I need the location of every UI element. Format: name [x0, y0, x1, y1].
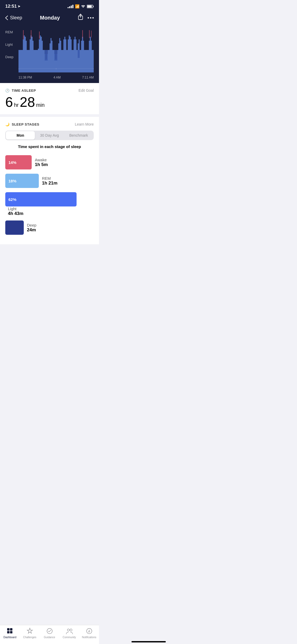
- sleep-time-display: 6 hr 28 min: [5, 95, 94, 109]
- clock-icon: 🕐: [5, 89, 10, 93]
- nav-actions: [78, 14, 94, 22]
- light-bar: 62%: [5, 192, 77, 206]
- wifi-icon: 📶: [75, 4, 79, 8]
- rem-info: REM 1h 21m: [42, 176, 58, 186]
- deep-bar: [5, 220, 24, 235]
- share-button[interactable]: [78, 14, 83, 22]
- sleep-chart-area: REM Light Deep: [0, 26, 99, 83]
- page-title: Monday: [40, 15, 60, 21]
- back-button[interactable]: Sleep: [5, 15, 22, 21]
- stages-section-header: 🌙 SLEEP STAGES Learn More: [5, 122, 94, 126]
- sleep-hours: 6: [5, 95, 13, 109]
- awake-stage-row: 14% Awake 1h 5m: [5, 155, 94, 169]
- status-icons: 📶: [68, 4, 94, 8]
- time-asleep-section: 🕐 TIME ASLEEP Edit Goal 6 hr 28 min: [0, 83, 99, 114]
- deep-info: Deep 24m: [27, 223, 36, 233]
- stage-description: Time spent in each stage of sleep: [5, 144, 94, 149]
- awake-info: Awake 1h 5m: [35, 158, 48, 167]
- light-stage-row: 62% Light 4h 43m: [5, 192, 94, 216]
- tab-30day[interactable]: 30 Day Avg: [35, 131, 64, 140]
- awake-bar: 14%: [5, 155, 32, 169]
- wifi-icon: [81, 5, 85, 8]
- battery-icon: [87, 5, 94, 8]
- time-axis: 11:38 PM 4 AM 7:11 AM: [18, 76, 94, 79]
- signal-icon: [68, 5, 73, 8]
- sleep-minutes: 28: [20, 95, 35, 109]
- nav-header: Sleep Monday: [0, 11, 99, 26]
- tab-benchmark[interactable]: Benchmark: [64, 131, 93, 140]
- tab-mon[interactable]: Mon: [6, 131, 35, 140]
- section-title: 🕐 TIME ASLEEP: [5, 89, 36, 93]
- light-info: Light 4h 43m: [8, 206, 23, 216]
- rem-stage-row: 18% REM 1h 21m: [5, 174, 94, 188]
- section-header: 🕐 TIME ASLEEP Edit Goal: [5, 88, 94, 93]
- sleep-stage-labels: REM Light Deep: [5, 30, 13, 59]
- edit-goal-button[interactable]: Edit Goal: [78, 88, 94, 93]
- learn-more-button[interactable]: Learn More: [75, 122, 94, 126]
- svg-rect-1: [93, 6, 94, 7]
- status-time: 12:51 ➤: [5, 4, 20, 9]
- sleep-stages-section: 🌙 SLEEP STAGES Learn More Mon 30 Day Avg…: [0, 117, 99, 244]
- more-button[interactable]: [88, 17, 94, 19]
- deep-stage-row: Deep 24m: [5, 220, 94, 235]
- location-icon: ➤: [18, 4, 20, 8]
- svg-rect-2: [87, 5, 92, 7]
- stages-title: 🌙 SLEEP STAGES: [5, 122, 39, 126]
- status-bar: 12:51 ➤ 📶: [0, 0, 99, 11]
- hours-unit: hr: [14, 102, 19, 108]
- rem-bar: 18%: [5, 174, 39, 188]
- sleep-chart: 11:38 PM 4 AM 7:11 AM: [18, 30, 94, 78]
- stage-tab-selector: Mon 30 Day Avg Benchmark: [5, 131, 94, 140]
- minutes-unit: min: [36, 102, 45, 108]
- stage-bars: 14% Awake 1h 5m 18% REM 1h 21m 62%: [5, 155, 94, 239]
- moon-icon: 🌙: [5, 122, 10, 126]
